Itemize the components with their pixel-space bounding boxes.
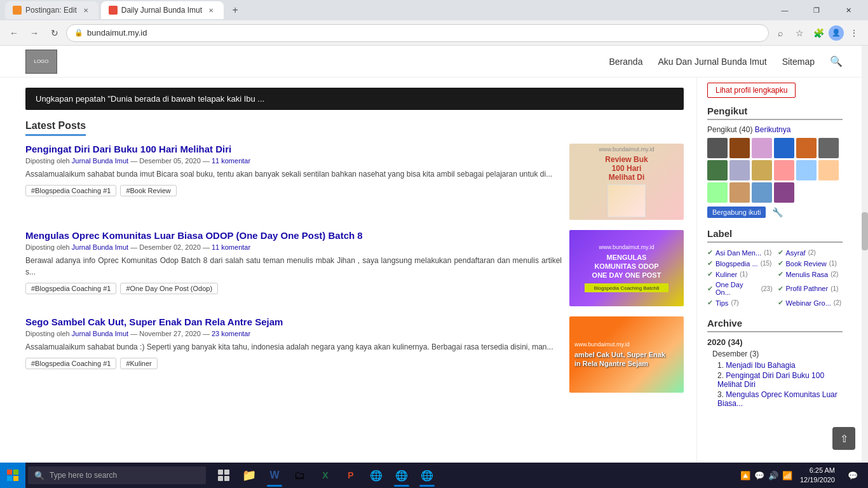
taskbar-word[interactable]: W bbox=[262, 463, 287, 488]
label-menulis-name[interactable]: Menulis Rasa bbox=[786, 271, 829, 278]
nav-aku-dan-jurnal[interactable]: Aku Dan Jurnal Bunda Imut bbox=[658, 57, 766, 67]
address-bar[interactable]: 🔒 bundaimut.my.id bbox=[66, 24, 769, 42]
taskbar-powerpoint[interactable]: P bbox=[338, 463, 363, 488]
label-blogspedia-name[interactable]: Blogspedia ... bbox=[715, 260, 758, 268]
extensions-button[interactable]: 🧩 bbox=[810, 24, 827, 42]
tab2-close[interactable]: ✕ bbox=[206, 5, 216, 15]
tab2-favicon bbox=[109, 6, 118, 15]
nav-sitemap[interactable]: Sitemap bbox=[782, 57, 815, 67]
hero-section: Ungkapan pepatah "Dunia berada di bawah … bbox=[25, 88, 684, 110]
post2-meta-label: Diposting oleh bbox=[25, 243, 72, 251]
main-content: Ungkapan pepatah "Dunia berada di bawah … bbox=[25, 78, 696, 463]
label-asi-name[interactable]: Asi Dan Men... bbox=[715, 249, 761, 257]
bookmark-button[interactable]: ☆ bbox=[790, 24, 808, 42]
label-menulis-icon: ✔ bbox=[778, 270, 783, 278]
label-asyraf-name[interactable]: Asyraf bbox=[786, 249, 806, 257]
post1-tag2[interactable]: #Book Review bbox=[120, 185, 176, 196]
post2-comments[interactable]: 11 komentar bbox=[212, 243, 250, 251]
tab-postingan[interactable]: Postingan: Edit ✕ bbox=[5, 1, 98, 19]
archive-year-label: 2020 bbox=[707, 337, 726, 347]
post1-tag1[interactable]: #Blogspedia Coaching #1 bbox=[25, 185, 116, 196]
taskbar-excel[interactable]: X bbox=[313, 463, 338, 488]
tab-daily-jurnal[interactable]: Daily Jurnal Bunda Imut ✕ bbox=[101, 1, 224, 19]
post3-title[interactable]: Sego Sambel Cak Uut, Super Enak Dan Rela… bbox=[25, 316, 562, 327]
label-profil: ✔ Profil Pathner (1) bbox=[778, 280, 843, 297]
lock-icon: 🔒 bbox=[74, 29, 83, 37]
new-tab-button[interactable]: + bbox=[226, 1, 244, 19]
tray-chat[interactable]: 💬 bbox=[754, 471, 764, 480]
menu-button[interactable]: ⋮ bbox=[845, 24, 863, 42]
label-webinar-icon: ✔ bbox=[778, 299, 783, 307]
site-navigation: Beranda Aku Dan Jurnal Bunda Imut Sitema… bbox=[609, 55, 843, 67]
label-tips-count: (7) bbox=[731, 299, 738, 306]
post1-title[interactable]: Pengingat Diri Dari Buku 100 Hari Meliha… bbox=[25, 144, 562, 154]
berikutnya-link[interactable]: Berikutnya bbox=[755, 125, 791, 134]
post2-tag2[interactable]: #One Day One Post (Odop) bbox=[120, 283, 218, 294]
tray-volume[interactable]: 🔊 bbox=[768, 471, 778, 480]
forward-button[interactable]: → bbox=[25, 24, 43, 42]
label-grid: ✔ Asi Dan Men... (1) ✔ Asyraf (2) ✔ Blog… bbox=[707, 248, 843, 308]
taskbar-clock[interactable]: 6:25 AM 12/19/2020 bbox=[795, 466, 840, 485]
post2-image-content: www.bundaimut.my.id MENGULASKOMUNITAS OD… bbox=[569, 230, 684, 306]
taskbar-folder[interactable]: 🗂 bbox=[287, 463, 313, 488]
minimize-button[interactable]: — bbox=[770, 0, 799, 20]
label-book-name[interactable]: Book Review bbox=[786, 260, 827, 268]
avatar-6 bbox=[818, 138, 839, 158]
post3-tag1[interactable]: #Blogspedia Coaching #1 bbox=[25, 358, 116, 369]
scrollbar-thumb[interactable] bbox=[862, 212, 868, 250]
label-tips-name[interactable]: Tips bbox=[715, 299, 728, 307]
label-profil-name[interactable]: Profil Pathner bbox=[786, 285, 829, 292]
tab1-close[interactable]: ✕ bbox=[81, 5, 91, 15]
notification-button[interactable]: 💬 bbox=[843, 463, 863, 488]
scroll-up-button[interactable]: ⇧ bbox=[832, 427, 855, 450]
taskbar-task-view[interactable] bbox=[211, 463, 236, 488]
archive-post-1[interactable]: Menjadi Ibu Bahagia bbox=[717, 360, 843, 370]
maximize-button[interactable]: ❐ bbox=[802, 0, 831, 20]
post2-author[interactable]: Jurnal Bunda Imut bbox=[72, 243, 128, 251]
browser-search-button[interactable]: ⌕ bbox=[771, 24, 789, 42]
taskbar-chrome[interactable]: 🌐 bbox=[389, 463, 414, 488]
reload-button[interactable]: ↻ bbox=[46, 24, 64, 42]
back-button[interactable]: ← bbox=[5, 24, 23, 42]
post3-comments[interactable]: 23 komentar bbox=[212, 330, 250, 337]
pengikut-title: Pengikut bbox=[707, 105, 843, 120]
taskbar-app-red[interactable]: 🌐 bbox=[363, 463, 389, 488]
lihat-profil-button[interactable]: Lihat profil lengkapku bbox=[707, 83, 796, 98]
close-button[interactable]: ✕ bbox=[834, 0, 863, 20]
post3-text: Sego Sambel Cak Uut, Super Enak Dan Rela… bbox=[25, 316, 562, 369]
post1-meta: Diposting oleh Jurnal Bunda Imut — Desem… bbox=[25, 157, 562, 165]
label-tips: ✔ Tips (7) bbox=[707, 298, 773, 308]
taskbar-file-explorer[interactable]: 📁 bbox=[236, 463, 262, 488]
post1-comments[interactable]: 11 komentar bbox=[212, 157, 250, 165]
post2-tag1[interactable]: #Blogspedia Coaching #1 bbox=[25, 283, 116, 294]
nav-beranda[interactable]: Beranda bbox=[609, 57, 642, 67]
tray-network[interactable]: 📶 bbox=[782, 471, 792, 480]
navigation-bar: ← → ↻ 🔒 bundaimut.my.id ⌕ ☆ 🧩 👤 ⋮ bbox=[0, 20, 868, 46]
post3-tag2[interactable]: #Kuliner bbox=[120, 358, 157, 369]
post2-image: www.bundaimut.my.id MENGULASKOMUNITAS OD… bbox=[569, 230, 684, 306]
site-search-icon[interactable]: 🔍 bbox=[830, 55, 843, 67]
tab2-title: Daily Jurnal Bunda Imut bbox=[121, 6, 202, 15]
archive-post-3[interactable]: Mengulas Oprec Komunitas Luar Biasa... bbox=[717, 390, 843, 409]
post3-author[interactable]: Jurnal Bunda Imut bbox=[72, 330, 128, 337]
label-kuliner-name[interactable]: Kuliner bbox=[715, 271, 737, 278]
label-menulis-count: (2) bbox=[831, 271, 838, 278]
archive-post-2[interactable]: Pengingat Diri Dari Buku 100 Melihat Dir… bbox=[717, 370, 843, 390]
post1-text: Pengingat Diri Dari Buku 100 Hari Meliha… bbox=[25, 144, 562, 196]
avatar-10 bbox=[752, 160, 772, 180]
avatar-5 bbox=[796, 138, 817, 158]
label-webinar-name[interactable]: Webinar Gro... bbox=[786, 299, 831, 307]
bergabung-button[interactable]: Bergabung ikuti bbox=[707, 207, 766, 218]
post1-author[interactable]: Jurnal Bunda Imut bbox=[72, 157, 128, 165]
post2-title[interactable]: Mengulas Oprec Komunitas Luar Biasa ODOP… bbox=[25, 230, 562, 241]
start-button[interactable] bbox=[0, 463, 25, 488]
tray-up-arrow[interactable]: 🔼 bbox=[740, 471, 750, 480]
taskbar-chrome-2[interactable]: 🌐 bbox=[414, 463, 440, 488]
post1-dash2: — bbox=[203, 157, 212, 165]
profile-avatar[interactable]: 👤 bbox=[829, 25, 844, 41]
svg-rect-5 bbox=[224, 470, 229, 475]
post-item-2: Mengulas Oprec Komunitas Luar Biasa ODOP… bbox=[25, 230, 684, 306]
taskbar-search-bar[interactable]: 🔍 Type here to search bbox=[28, 466, 206, 484]
label-blogspedia-count: (15) bbox=[761, 260, 772, 267]
label-oneday-name[interactable]: One Day On... bbox=[715, 281, 759, 296]
